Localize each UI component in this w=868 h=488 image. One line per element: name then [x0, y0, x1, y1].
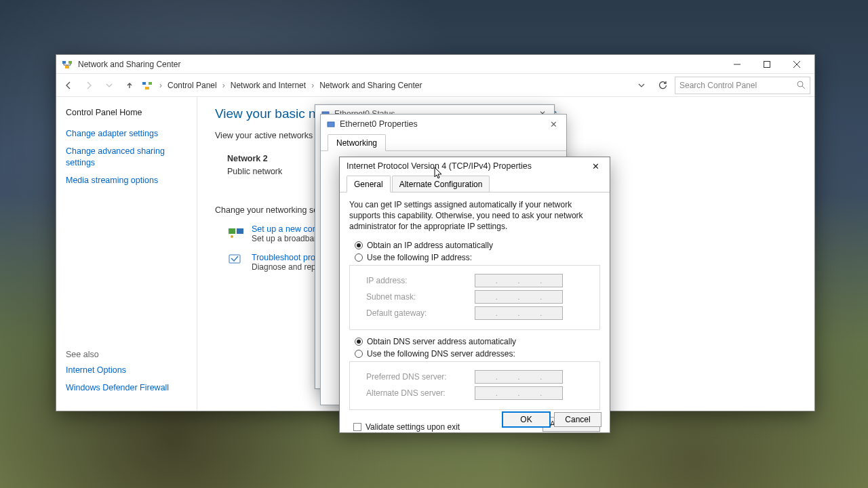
- connection-wizard-icon: [227, 224, 245, 239]
- search-placeholder: Search Control Panel: [679, 81, 793, 90]
- tab-alternate-configuration[interactable]: Alternate Configuration: [392, 176, 490, 192]
- svg-rect-3: [764, 61, 770, 67]
- ipv4-dialog-title: Internet Protocol Version 4 (TCP/IPv4) P…: [347, 161, 584, 171]
- input-subnet-mask: [475, 290, 563, 304]
- radio-label-dns-static: Use the following DNS server addresses:: [367, 349, 515, 359]
- network-icon: [62, 59, 73, 70]
- close-button[interactable]: [782, 56, 812, 73]
- ipv4-properties-dialog: Internet Protocol Version 4 (TCP/IPv4) P…: [339, 157, 610, 433]
- svg-rect-4: [142, 82, 146, 85]
- control-panel-home-link[interactable]: Control Panel Home: [66, 108, 187, 117]
- task-link-setup[interactable]: Set up a new conn: [252, 224, 322, 234]
- sidebar-link-adapter-settings[interactable]: Change adapter settings: [66, 128, 187, 139]
- checkbox-validate-on-exit[interactable]: Validate settings upon exit: [353, 422, 460, 432]
- sidebar-link-defender-firewall[interactable]: Windows Defender Firewall: [66, 382, 187, 393]
- minimize-button[interactable]: [722, 56, 752, 73]
- svg-rect-8: [229, 228, 235, 234]
- ethernet-icon: [326, 119, 336, 129]
- svg-rect-2: [65, 66, 69, 68]
- radio-icon: [355, 253, 363, 262]
- nav-back-button[interactable]: [60, 77, 77, 94]
- radio-obtain-dns-auto[interactable]: Obtain DNS server address automatically: [355, 337, 600, 346]
- cancel-button[interactable]: Cancel: [554, 412, 601, 427]
- nav-bar: › Control Panel › Network and Internet ›…: [56, 74, 814, 97]
- breadcrumb-control-panel[interactable]: Control Panel: [165, 79, 220, 92]
- radio-icon: [355, 350, 363, 358]
- nav-up-button[interactable]: [121, 77, 138, 94]
- nav-recent-dropdown[interactable]: [101, 77, 117, 94]
- radio-use-static-ip[interactable]: Use the following IP address:: [355, 253, 600, 262]
- svg-point-10: [231, 235, 233, 238]
- search-icon: [797, 81, 806, 89]
- breadcrumb-dropdown[interactable]: [638, 82, 650, 89]
- label-subnet-mask: Subnet mask:: [366, 292, 475, 302]
- svg-rect-13: [328, 122, 334, 127]
- ok-button[interactable]: OK: [502, 412, 550, 427]
- svg-rect-5: [149, 82, 152, 85]
- sidebar-link-advanced-sharing[interactable]: Change advanced sharing settings: [66, 146, 181, 168]
- checkbox-icon: [353, 423, 361, 431]
- props-dialog-close-button[interactable]: ✕: [545, 119, 562, 129]
- refresh-button[interactable]: [654, 77, 671, 94]
- task-desc-troubleshoot: Diagnose and repa: [252, 262, 320, 272]
- radio-use-static-dns[interactable]: Use the following DNS server addresses:: [355, 349, 600, 359]
- chevron-right-icon: ›: [222, 81, 225, 90]
- radio-label-ip-auto: Obtain an IP address automatically: [367, 241, 493, 250]
- input-preferred-dns: [475, 370, 563, 384]
- input-ip-address: [475, 274, 563, 287]
- sidebar-link-media-streaming[interactable]: Media streaming options: [66, 175, 187, 186]
- radio-label-dns-auto: Obtain DNS server address automatically: [367, 337, 516, 346]
- radio-icon: [355, 338, 363, 346]
- svg-point-7: [797, 81, 803, 87]
- svg-rect-11: [229, 255, 240, 263]
- label-preferred-dns: Preferred DNS server:: [366, 372, 475, 382]
- tab-general[interactable]: General: [347, 176, 391, 192]
- tab-networking[interactable]: Networking: [328, 134, 386, 151]
- breadcrumb[interactable]: › Control Panel › Network and Internet ›…: [157, 79, 634, 92]
- svg-rect-9: [237, 228, 243, 234]
- task-desc-setup: Set up a broadbar: [252, 234, 322, 243]
- window-title: Network and Sharing Center: [78, 60, 722, 69]
- input-alternate-dns: [475, 386, 563, 400]
- sidebar: Control Panel Home Change adapter settin…: [56, 97, 197, 411]
- search-input[interactable]: Search Control Panel: [675, 77, 810, 94]
- ip-fields-group: IP address: Subnet mask: Default gateway…: [349, 265, 600, 330]
- window-titlebar[interactable]: Network and Sharing Center: [56, 55, 814, 74]
- task-link-troubleshoot[interactable]: Troubleshoot prob: [252, 253, 320, 262]
- dns-fields-group: Preferred DNS server: Alternate DNS serv…: [349, 361, 600, 410]
- chevron-right-icon: ›: [311, 81, 314, 90]
- radio-obtain-ip-auto[interactable]: Obtain an IP address automatically: [355, 241, 600, 250]
- ipv4-dialog-close-button[interactable]: ✕: [584, 158, 607, 174]
- label-default-gateway: Default gateway:: [366, 308, 475, 318]
- breadcrumb-icon: [142, 80, 153, 91]
- ipv4-titlebar[interactable]: Internet Protocol Version 4 (TCP/IPv4) P…: [340, 157, 610, 175]
- checkbox-label-validate: Validate settings upon exit: [366, 422, 460, 432]
- nav-forward-button[interactable]: [81, 77, 97, 94]
- troubleshoot-icon: [227, 253, 245, 268]
- input-default-gateway: [475, 306, 563, 320]
- chevron-right-icon: ›: [159, 81, 162, 90]
- svg-rect-6: [145, 87, 149, 89]
- svg-rect-0: [62, 61, 66, 64]
- breadcrumb-network-internet[interactable]: Network and Internet: [228, 79, 309, 92]
- radio-label-ip-static: Use the following IP address:: [367, 253, 472, 262]
- see-also-header: See also: [66, 350, 187, 359]
- props-dialog-title: Ethernet0 Properties: [340, 119, 545, 129]
- label-ip-address: IP address:: [366, 276, 475, 285]
- label-alternate-dns: Alternate DNS server:: [366, 388, 475, 398]
- svg-rect-1: [68, 61, 72, 64]
- maximize-button[interactable]: [752, 56, 782, 73]
- breadcrumb-network-sharing-center[interactable]: Network and Sharing Center: [317, 79, 425, 92]
- radio-icon: [355, 241, 363, 249]
- ipv4-description: You can get IP settings assigned automat…: [349, 199, 600, 232]
- sidebar-link-internet-options[interactable]: Internet Options: [66, 365, 187, 375]
